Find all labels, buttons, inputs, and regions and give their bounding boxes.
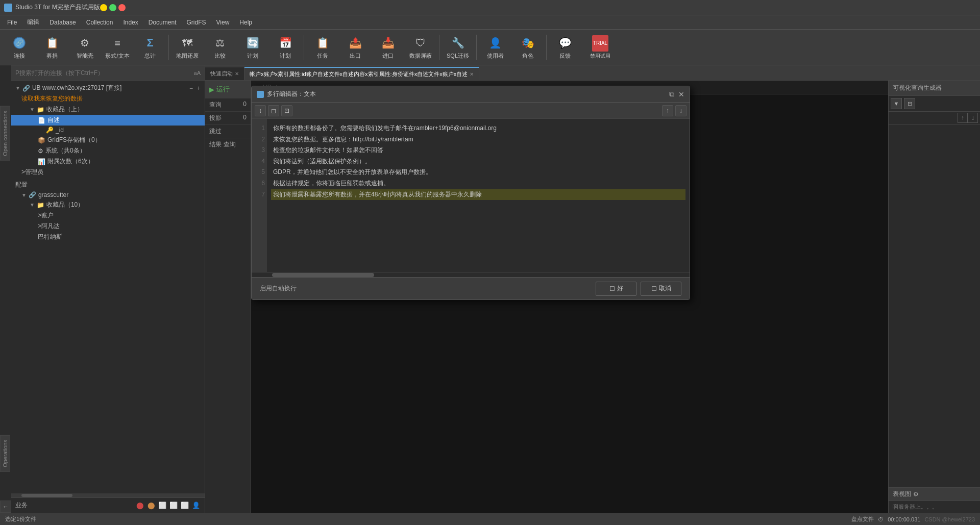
- query-button[interactable]: 查询: [224, 140, 236, 149]
- tree-connection-ub[interactable]: ▼ 🔗 UB www.cwh2o.xyz:27017 [直接] − +: [11, 83, 205, 93]
- search-label: aA: [194, 70, 201, 76]
- modal-tool-down[interactable]: ↓: [675, 105, 687, 116]
- tree-item-accounts[interactable]: >账户: [11, 210, 205, 221]
- square2-icon[interactable]: ⬜: [169, 501, 178, 510]
- modal-close-button[interactable]: ✕: [678, 90, 684, 98]
- modal-tool-box2[interactable]: ⊡: [281, 105, 292, 116]
- connect-button[interactable]: 🔗 连接: [4, 32, 35, 63]
- gear-icon[interactable]: ⚙: [913, 491, 919, 498]
- arrow-down-button[interactable]: ↓: [968, 113, 978, 123]
- tree-item-collections-10[interactable]: ▼ 📁 收藏品（10）: [11, 199, 205, 210]
- mask-button[interactable]: 🛡 数据屏蔽: [405, 32, 436, 63]
- yellow-circle-icon[interactable]: ⬤: [146, 501, 156, 510]
- expand-icon[interactable]: +: [197, 85, 201, 92]
- menu-index[interactable]: Index: [118, 17, 143, 28]
- shell-label: 智能壳: [77, 52, 93, 60]
- tree-item-config[interactable]: 配置: [11, 180, 205, 190]
- tree-scrollbar[interactable]: [11, 493, 205, 497]
- document-area: ▶ UB（www.c 自述文件）c _id 电话:+86-755-237: [251, 81, 888, 513]
- feedback-button[interactable]: 💬 反馈: [550, 32, 580, 63]
- left-arrow-button[interactable]: ←: [0, 501, 11, 513]
- export-button[interactable]: 📤 出口: [340, 32, 371, 63]
- import-button[interactable]: 📥 进口: [373, 32, 403, 63]
- connection-panel: aA ▼ 🔗 UB www.cwh2o.xyz:27017 [直接] − + 读…: [11, 65, 205, 513]
- rs-tool-1[interactable]: ▼: [891, 98, 902, 109]
- compare-button[interactable]: ⚖ 比较: [205, 32, 235, 63]
- square3-icon[interactable]: ⬜: [180, 501, 189, 510]
- modal-cancel-button[interactable]: ☐ 取消: [641, 282, 681, 296]
- open-connections-tab[interactable]: Open connections: [0, 106, 10, 161]
- aggregate-button[interactable]: Σ 总计: [135, 32, 165, 63]
- arrow-up-button[interactable]: ↑: [958, 113, 968, 123]
- tree-item-admin[interactable]: >管理员: [11, 167, 205, 178]
- tasks-button[interactable]: 📋 任务: [307, 32, 338, 63]
- tree-item-system[interactable]: ⚙ 系统（共0条）: [11, 145, 205, 156]
- line-num: 2: [254, 134, 265, 145]
- donate-button[interactable]: 📋 募捐: [37, 32, 67, 63]
- statusbar-inventory[interactable]: 盘点文件: [851, 515, 874, 523]
- aggregate-icon: Σ: [142, 35, 158, 51]
- sqlmigrate-button[interactable]: 🔧 SQL迁移: [443, 32, 473, 63]
- text-line-1: 你所有的数据都备份了。您需要给我们发电子邮件在rambler+19fp6@oni…: [271, 123, 685, 134]
- modal-text-content[interactable]: 你所有的数据都备份了。您需要给我们发电子邮件在rambler+19fp6@oni…: [267, 119, 690, 272]
- line-num: 5: [254, 167, 265, 178]
- maximize-button[interactable]: [109, 4, 116, 11]
- menu-database[interactable]: Database: [44, 17, 81, 28]
- modal-title: 多行编辑器：文本: [267, 90, 669, 98]
- tree-item-gridfs[interactable]: 📦 GridFS存储桶（0）: [11, 135, 205, 145]
- operations-tab[interactable]: Operations: [0, 435, 10, 472]
- tab-close-icon[interactable]: ✕: [235, 71, 239, 77]
- minus-icon[interactable]: −: [189, 85, 193, 92]
- table-view-text: 表视图: [893, 490, 911, 498]
- run-button[interactable]: ▶ 运行: [205, 81, 251, 98]
- menu-edit[interactable]: 编辑: [22, 16, 44, 29]
- menu-gridfs[interactable]: GridFS: [181, 17, 211, 28]
- modal-ok-button[interactable]: ☐ 好: [596, 282, 636, 296]
- tree-item-readme[interactable]: 📄 自述: [11, 115, 205, 126]
- scheduler2-button[interactable]: 📅 计划: [270, 32, 301, 63]
- cancel-label: 取消: [659, 284, 671, 293]
- left-arrow-icon: ←: [3, 503, 9, 510]
- tab-close-active-icon[interactable]: ✕: [470, 71, 474, 77]
- shell-button[interactable]: ⚙ 智能壳: [69, 32, 100, 63]
- modal-tool-box1[interactable]: ◻: [268, 105, 279, 116]
- search-input[interactable]: [15, 69, 192, 77]
- app-icon: [4, 4, 12, 12]
- tree-item-bartenders[interactable]: 巴特纳斯: [11, 232, 205, 242]
- mapreduce-label: 地图还原: [176, 52, 199, 60]
- square1-icon[interactable]: ⬜: [158, 501, 167, 510]
- modal-tool-up[interactable]: ↑: [662, 105, 673, 116]
- tab-quickstart[interactable]: 快速启动 ✕: [205, 67, 244, 80]
- menu-view[interactable]: View: [211, 17, 235, 28]
- menu-collection[interactable]: Collection: [81, 17, 118, 28]
- connect-icon: 🔗: [11, 35, 28, 51]
- tree-item-collection-top[interactable]: ▼ 📁 收藏品（上）: [11, 104, 205, 115]
- toolbar-sep-2: [304, 35, 304, 60]
- red-circle-icon[interactable]: ⬤: [135, 501, 144, 510]
- format-button[interactable]: ≡ 形式/文本: [102, 32, 133, 63]
- titlebar-controls: [100, 4, 126, 11]
- scheduler1-button[interactable]: 🔄 计划: [237, 32, 268, 63]
- users-button[interactable]: 👤 使用者: [480, 32, 510, 63]
- user-bottom-icon[interactable]: 👤: [191, 501, 201, 510]
- modal-scrollbar[interactable]: [252, 272, 690, 277]
- tree-item-avatars[interactable]: >阿凡达: [11, 221, 205, 232]
- minimize-button[interactable]: [100, 4, 107, 11]
- toolbar-sep-3: [439, 35, 439, 60]
- modal-tool-expand[interactable]: ↕: [255, 105, 266, 116]
- tree-connection-grasscutter[interactable]: ▼ 🔗 grasscutter: [11, 190, 205, 199]
- tree-item-notice[interactable]: 读取我来恢复您的数据: [11, 93, 205, 104]
- roles-button[interactable]: 🎭 角色: [512, 32, 543, 63]
- menu-file[interactable]: File: [2, 17, 22, 28]
- menu-help[interactable]: Help: [234, 17, 257, 28]
- tree-item-sub-count[interactable]: 📊 附属次数（6次）: [11, 156, 205, 167]
- menu-document[interactable]: Document: [143, 17, 182, 28]
- modal-restore-button[interactable]: ⧉: [669, 90, 674, 98]
- rs-tool-2[interactable]: ⊟: [904, 98, 915, 109]
- close-button[interactable]: [118, 4, 126, 11]
- tab-main-document[interactable]: 帐户x账户x索引属性:id账户自述文件x自述内容x索引属性:身份证件x自述文件x…: [244, 67, 479, 80]
- right-sidebar-toolbar: ▼ ⊟: [889, 96, 980, 112]
- tree-item-id[interactable]: 🔑 _id: [11, 126, 205, 135]
- disable-trial-button[interactable]: TRIAL 禁用试用: [582, 32, 618, 63]
- mapreduce-button[interactable]: 🗺 地图还原: [172, 32, 203, 63]
